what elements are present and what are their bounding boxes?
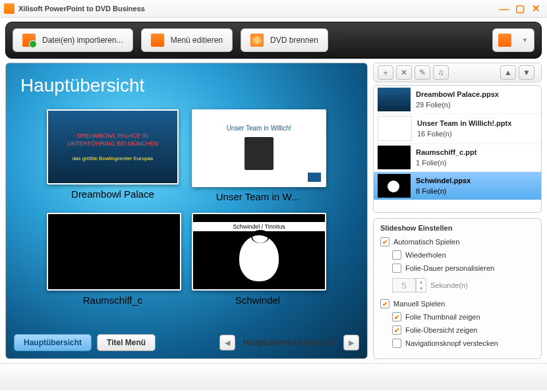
file-row[interactable]: Schwindel.ppsx8 Folie(n)	[374, 172, 541, 200]
import-button[interactable]: Datei(en) importieren...	[13, 28, 133, 52]
slideshow-settings: Slideshow Einstellen ✔Automatisch Spiele…	[373, 218, 542, 359]
slide-item[interactable]: Raumschiff_c	[47, 213, 179, 306]
app-icon	[4, 3, 14, 14]
import-label: Datei(en) importieren...	[42, 36, 123, 45]
repeat-checkbox[interactable]: Wiederholen	[392, 250, 534, 260]
slide-item[interactable]: DREAMBOWL PALACE IN UNTERFÖHRING BEI MÜN…	[47, 109, 179, 202]
hauptuebersicht-button[interactable]: Hauptübersicht	[14, 334, 92, 351]
file-list: Dreambowl Palace.ppsx29 Folie(n)Unser Te…	[373, 85, 542, 213]
duration-input[interactable]	[392, 278, 416, 293]
file-name: Raumschiff_c.ppt	[416, 148, 537, 156]
slide-caption: Raumschiff_c	[47, 294, 179, 306]
move-up-button[interactable]: ▲	[500, 65, 516, 80]
manual-play-checkbox[interactable]: ✔Manuell Spielen	[380, 299, 534, 308]
auto-play-checkbox[interactable]: ✔Automatisch Spielen	[380, 237, 534, 246]
move-down-button[interactable]: ▼	[519, 65, 534, 80]
remove-file-button[interactable]: ✕	[396, 65, 412, 80]
preview-nav: Hauptübersicht Titel Menü ◀ Hauptübersic…	[14, 334, 359, 351]
burn-button[interactable]: DVD brennen	[241, 28, 328, 52]
file-thumb	[378, 174, 411, 198]
edit-file-button[interactable]: ✎	[415, 65, 430, 80]
overview-checkbox[interactable]: ✔Folie-Übersicht zeigen	[392, 325, 534, 335]
file-count: 29 Folie(n)	[416, 101, 537, 109]
file-row[interactable]: Raumschiff_c.ppt1 Folie(n)	[374, 144, 541, 172]
slide-item[interactable]: Unser Team in Willich! Unser Team in W..…	[192, 109, 324, 202]
edit-menu-label: Menü editieren	[171, 36, 223, 45]
minimize-button[interactable]: —	[497, 3, 511, 14]
person-photo	[245, 137, 274, 170]
titel-menu-button[interactable]: Titel Menü	[97, 334, 156, 351]
burn-icon	[250, 34, 264, 47]
file-toolbar: ＋ ✕ ✎ ♫ ▲ ▼	[373, 63, 542, 82]
menu-preview: Hauptübersicht DREAMBOWL PALACE IN UNTER…	[5, 63, 368, 359]
settings-title: Slideshow Einstellen	[380, 224, 534, 232]
file-count: 8 Folie(n)	[416, 187, 537, 195]
settings-dropdown-button[interactable]: ▼	[492, 28, 534, 52]
file-name: Unser Team in Willich!.pptx	[417, 119, 537, 127]
edit-menu-button[interactable]: Menü editieren	[141, 28, 233, 52]
page-indicator: Hauptübersicht Seite 1/1	[243, 338, 335, 347]
slide-thumb: Unser Team in Willich!	[192, 109, 326, 187]
spin-up-icon[interactable]: ▲	[417, 279, 426, 285]
file-thumb	[378, 146, 411, 169]
file-row[interactable]: Unser Team in Willich!.pptx16 Folie(n)	[374, 114, 541, 144]
file-row[interactable]: Dreambowl Palace.ppsx29 Folie(n)	[374, 86, 541, 114]
slide-thumb	[47, 213, 181, 291]
spin-down-icon[interactable]: ▼	[417, 285, 426, 292]
slide-caption: Dreambowl Palace	[47, 188, 179, 200]
main-toolbar: Datei(en) importieren... Menü editieren …	[5, 22, 542, 59]
file-count: 16 Folie(n)	[417, 130, 537, 138]
duration-checkbox[interactable]: Folie-Dauer personalisieren	[392, 264, 534, 273]
chevron-down-icon: ▼	[522, 37, 529, 43]
preview-heading: Hauptübersicht	[20, 75, 367, 96]
add-file-button[interactable]: ＋	[378, 65, 393, 80]
thumbnail-checkbox[interactable]: ✔Folie Thumbnail zeigen	[392, 312, 534, 322]
maximize-button[interactable]: ▢	[513, 3, 527, 14]
prev-page-button[interactable]: ◀	[219, 335, 235, 350]
file-thumb	[378, 88, 411, 111]
slide-caption: Schwindel	[192, 294, 324, 306]
slide-thumb: Schwindel / Tinnitus	[192, 213, 326, 291]
file-thumb	[378, 116, 412, 141]
menu-icon	[151, 34, 164, 47]
music-button[interactable]: ♫	[433, 65, 449, 80]
window-title: Xilisoft PowerPoint to DVD Business	[18, 5, 496, 13]
logo-badge	[308, 173, 321, 182]
close-button[interactable]: ✕	[529, 3, 543, 14]
settings-icon	[498, 34, 511, 47]
file-name: Schwindel.ppsx	[416, 177, 537, 184]
burn-label: DVD brennen	[270, 36, 318, 45]
duration-spinner[interactable]: ▲▼ Sekunde(n)	[392, 278, 468, 293]
slide-caption: Unser Team in W...	[192, 191, 324, 202]
face-drawing	[239, 235, 279, 281]
hide-nav-checkbox[interactable]: Navigationsknopf verstecken	[392, 339, 534, 348]
footer	[0, 363, 547, 390]
import-icon	[22, 34, 36, 47]
slide-thumb: DREAMBOWL PALACE IN UNTERFÖHRING BEI MÜN…	[47, 109, 179, 184]
titlebar: Xilisoft PowerPoint to DVD Business — ▢ …	[0, 0, 547, 18]
next-page-button[interactable]: ▶	[343, 335, 359, 350]
slide-item[interactable]: Schwindel / Tinnitus Schwindel	[192, 213, 324, 306]
file-name: Dreambowl Palace.ppsx	[416, 90, 537, 98]
file-count: 1 Folie(n)	[416, 159, 537, 167]
